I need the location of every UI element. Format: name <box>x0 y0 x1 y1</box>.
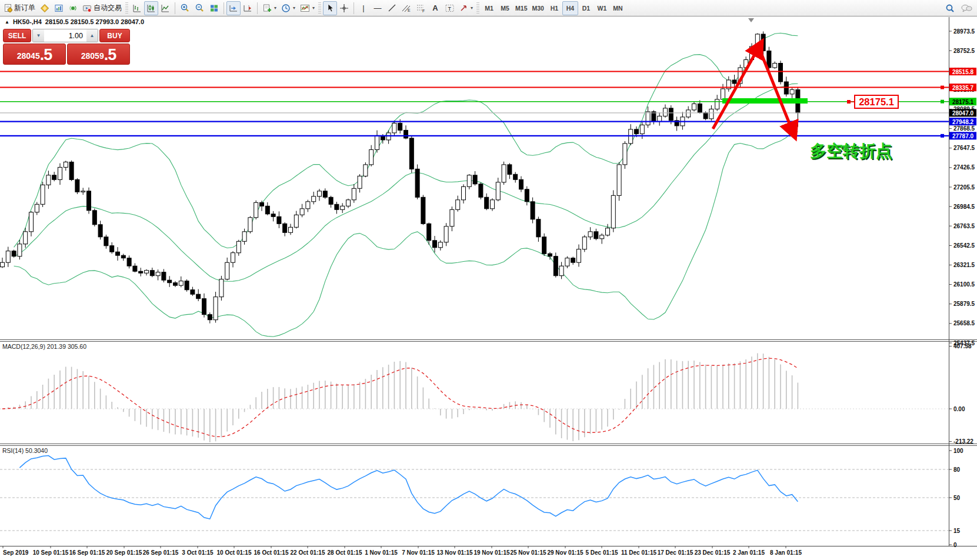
svg-text:27647.5: 27647.5 <box>953 145 975 151</box>
macd-axis: 407.580.00-213.22 <box>949 343 973 445</box>
symbol-period-label: HK50-,H4 <box>13 18 42 25</box>
svg-text:28335.7: 28335.7 <box>952 85 974 91</box>
svg-text:50: 50 <box>953 495 961 501</box>
svg-text:16 Sep 01:15: 16 Sep 01:15 <box>69 549 105 556</box>
svg-text:25 Nov 01:15: 25 Nov 01:15 <box>510 549 546 556</box>
svg-text:0: 0 <box>953 542 957 548</box>
svg-text:3 Oct 01:15: 3 Oct 01:15 <box>182 549 214 556</box>
bollinger-bands <box>14 33 798 336</box>
buy-button[interactable]: BUY <box>99 29 130 42</box>
rsi-axis: 1008050150 <box>949 448 963 548</box>
svg-text:22 Oct 01:15: 22 Oct 01:15 <box>291 549 325 556</box>
turning-point-note[interactable]: 多空转折点 <box>810 140 892 162</box>
svg-text:10 Sep 01:15: 10 Sep 01:15 <box>33 549 69 556</box>
svg-text:26321.5: 26321.5 <box>953 262 975 268</box>
rsi-pane <box>0 456 949 531</box>
svg-text:20 Sep 01:15: 20 Sep 01:15 <box>106 549 142 556</box>
buy-price-box[interactable]: 28059.5 <box>67 44 130 65</box>
volume-decrease-button[interactable]: ▼ <box>33 29 44 42</box>
buy-price-fraction: .5 <box>104 47 116 63</box>
svg-text:27868.5: 27868.5 <box>953 125 975 132</box>
volume-increase-button[interactable]: ▲ <box>86 29 98 42</box>
svg-text:23 Dec 01:15: 23 Dec 01:15 <box>695 549 731 556</box>
svg-text:19 Nov 01:15: 19 Nov 01:15 <box>474 549 510 556</box>
macd-label: MACD(12,26,9) 201.39 305.60 <box>2 343 86 350</box>
svg-text:2 Jan 01:15: 2 Jan 01:15 <box>733 549 765 556</box>
sell-price-box[interactable]: 28045.5 <box>3 44 66 65</box>
price-axis: 28973.528752.528531.528310.528089.527868… <box>949 28 975 346</box>
svg-text:28515.8: 28515.8 <box>952 69 974 75</box>
svg-text:28752.5: 28752.5 <box>953 48 975 54</box>
svg-text:Sep 2019: Sep 2019 <box>3 549 29 556</box>
svg-text:28 Oct 01:15: 28 Oct 01:15 <box>328 549 362 556</box>
svg-text:80: 80 <box>953 466 961 473</box>
svg-text:8 Jan 01:15: 8 Jan 01:15 <box>770 549 802 556</box>
time-axis: Sep 201910 Sep 01:1516 Sep 01:1520 Sep 0… <box>3 546 802 556</box>
svg-text:27205.5: 27205.5 <box>953 184 975 191</box>
svg-text:27787.0: 27787.0 <box>952 133 974 139</box>
svg-text:29 Nov 01:15: 29 Nov 01:15 <box>547 549 583 556</box>
svg-text:25658.5: 25658.5 <box>953 320 975 326</box>
chart-ohlc-header: ▲ HK50-,H4 28150.5 28150.5 27993.0 28047… <box>5 18 144 25</box>
buy-price-main: 28059 <box>81 49 104 63</box>
svg-text:17 Dec 01:15: 17 Dec 01:15 <box>658 549 693 556</box>
svg-text:15: 15 <box>953 528 961 534</box>
up-trend-arrow[interactable] <box>713 48 758 129</box>
candlestick-series <box>1 31 800 323</box>
rsi-line <box>19 456 798 519</box>
svg-text:28047.0: 28047.0 <box>952 110 974 116</box>
svg-text:27948.2: 27948.2 <box>952 119 974 125</box>
svg-text:10 Oct 01:15: 10 Oct 01:15 <box>217 549 252 556</box>
symbol-marker-icon: ▲ <box>5 19 9 25</box>
svg-text:16 Oct 01:15: 16 Oct 01:15 <box>254 549 289 556</box>
svg-text:1 Nov 01:15: 1 Nov 01:15 <box>365 549 398 556</box>
svg-text:26984.5: 26984.5 <box>953 204 975 210</box>
sell-price-main: 28045 <box>17 49 40 63</box>
one-click-trading-panel: SELL ▼ 1.00 ▲ BUY 28045.5 28059.5 <box>3 29 130 65</box>
svg-text:11 Dec 01:15: 11 Dec 01:15 <box>621 549 656 556</box>
macd-pane <box>0 354 949 443</box>
volume-value[interactable]: 1.00 <box>44 29 86 42</box>
svg-text:5 Dec 01:15: 5 Dec 01:15 <box>585 549 618 556</box>
svg-text:26 Sep 01:15: 26 Sep 01:15 <box>143 549 179 556</box>
svg-text:25879.5: 25879.5 <box>953 301 975 307</box>
svg-text:0.00: 0.00 <box>953 406 965 412</box>
mt4-window: 新订单 自动交易 <box>0 0 977 560</box>
price-flag-label[interactable]: 28175.1 <box>854 95 899 109</box>
sell-price-fraction: .5 <box>40 47 52 63</box>
volume-stepper: ▼ 1.00 ▲ <box>32 29 98 42</box>
pane-frame <box>0 17 977 546</box>
sell-button[interactable]: SELL <box>3 29 31 42</box>
svg-text:26763.5: 26763.5 <box>953 223 975 229</box>
svg-text:26100.5: 26100.5 <box>953 281 975 288</box>
svg-text:100: 100 <box>953 448 963 454</box>
svg-text:26542.5: 26542.5 <box>953 242 975 249</box>
horizontal-lines <box>0 72 949 138</box>
svg-text:407.58: 407.58 <box>953 343 972 349</box>
ohlc-values: 28150.5 28150.5 27993.0 28047.0 <box>45 18 144 25</box>
svg-text:13 Nov 01:15: 13 Nov 01:15 <box>436 549 473 556</box>
svg-text:28175.1: 28175.1 <box>952 99 974 105</box>
shift-end-marker-icon <box>748 18 754 22</box>
svg-text:7 Nov 01:15: 7 Nov 01:15 <box>402 549 435 556</box>
svg-text:-213.22: -213.22 <box>953 438 973 445</box>
rsi-label: RSI(14) 50.3040 <box>2 447 48 454</box>
highlight-band[interactable] <box>722 98 808 104</box>
chart-canvas[interactable]: 28973.528752.528531.528310.528089.527868… <box>0 0 977 560</box>
flag-handle <box>847 100 851 104</box>
svg-text:28973.5: 28973.5 <box>953 28 975 35</box>
svg-text:27426.5: 27426.5 <box>953 164 975 171</box>
